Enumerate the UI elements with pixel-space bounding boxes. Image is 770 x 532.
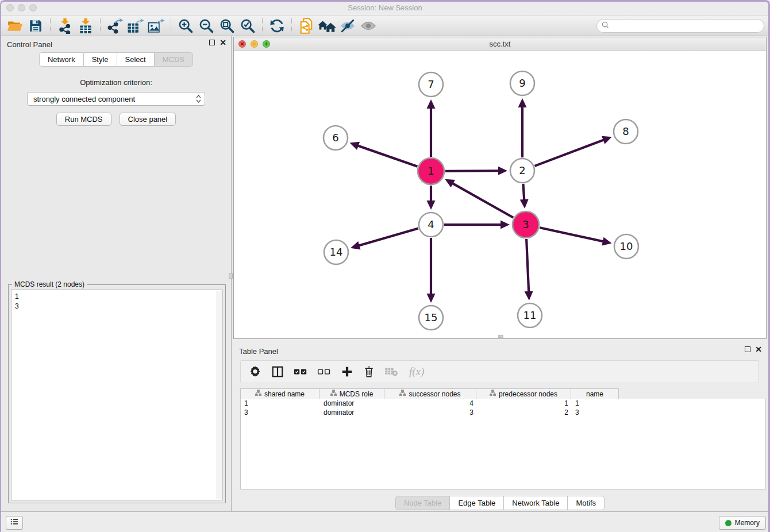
column-header-shared-name[interactable]: shared name (240, 388, 319, 399)
search-icon (602, 21, 609, 31)
close-panel-button[interactable]: Close panel (120, 113, 176, 126)
criterion-dropdown[interactable]: strongly connected component (27, 92, 205, 106)
canvas-resize-handle[interactable] (498, 335, 503, 338)
edge-2-3[interactable] (523, 184, 524, 201)
sort-icon[interactable] (399, 390, 406, 398)
tab-select[interactable]: Select (117, 52, 155, 67)
export-network-icon[interactable] (105, 17, 125, 34)
node-label-8: 8 (622, 125, 629, 137)
edge-1-6[interactable] (357, 145, 418, 167)
close-panel-icon[interactable]: ✕ (220, 40, 226, 45)
app-title: Session: New Session (0, 3, 770, 12)
tab-style[interactable]: Style (84, 52, 117, 67)
toolbar-separator (100, 18, 101, 33)
toolbar-separator (291, 18, 292, 33)
zoom-in-icon[interactable] (175, 17, 196, 34)
edge-3-11[interactable] (526, 239, 529, 292)
table-body[interactable]: 1dominator4113dominator323 (240, 399, 766, 489)
network-canvas[interactable]: 7968124314101511 (234, 51, 766, 338)
table-cell[interactable]: 3 (385, 408, 477, 417)
export-table-icon[interactable] (125, 17, 146, 34)
app-titlebar: Session: New Session (0, 0, 770, 16)
memory-button[interactable]: Memory (719, 516, 766, 530)
export-image-icon[interactable] (146, 17, 167, 34)
edge-arrowhead (427, 99, 436, 109)
tab-network[interactable]: Network (39, 52, 84, 67)
table-tab-node-table[interactable]: Node Table (395, 496, 451, 510)
table-tab-edge-table[interactable]: Edge Table (450, 496, 504, 510)
edge-1-2[interactable] (445, 171, 499, 171)
close-table-panel-icon[interactable]: ✕ (755, 346, 762, 352)
zoom-selected-icon[interactable] (237, 17, 258, 34)
home-view-icon[interactable] (317, 17, 337, 34)
search-input[interactable] (612, 22, 764, 30)
add-column-icon[interactable] (341, 365, 353, 378)
column-header-MCDS-role[interactable]: MCDS role (319, 388, 384, 399)
table-tabs: Node TableEdge TableNetwork TableMotifs (233, 496, 767, 510)
edge-arrowhead (500, 221, 510, 229)
import-table-icon[interactable] (75, 17, 96, 34)
table-settings-icon[interactable] (249, 365, 261, 378)
task-history-button[interactable] (6, 516, 23, 530)
clear-selection-icon[interactable] (317, 367, 331, 376)
column-label: predecessor nodes (499, 390, 557, 398)
network-graph[interactable]: 7968124314101511 (234, 51, 766, 338)
table-cell[interactable]: 4 (385, 399, 477, 408)
hide-selected-icon[interactable] (337, 17, 358, 34)
network-window-titlebar[interactable]: ✕ − + scc.txt (234, 37, 766, 51)
node-label-4: 4 (428, 218, 434, 230)
table-cell[interactable]: 3 (241, 408, 320, 417)
run-mcds-button[interactable]: Run MCDS (56, 113, 111, 126)
column-label: name (586, 390, 603, 398)
column-header-predecessor-nodes[interactable]: predecessor nodes (476, 388, 571, 399)
table-cell[interactable]: 1 (572, 399, 619, 408)
sort-icon[interactable] (330, 390, 337, 398)
mcds-result-title: MCDS result (2 nodes) (12, 280, 87, 288)
table-cell[interactable]: dominator (320, 408, 385, 417)
table-tab-motifs[interactable]: Motifs (568, 496, 605, 510)
edge-arrowhead (427, 294, 436, 303)
table-row[interactable]: 1dominator411 (241, 399, 765, 408)
zoom-out-icon[interactable] (196, 17, 217, 34)
tab-mcds[interactable]: MCDS (155, 52, 193, 67)
table-tab-network-table[interactable]: Network Table (504, 496, 568, 510)
delete-column-icon[interactable] (363, 365, 375, 378)
memory-label: Memory (735, 519, 760, 527)
node-label-7: 7 (428, 78, 434, 90)
import-network-icon[interactable] (55, 17, 75, 34)
edge-3-10[interactable] (540, 228, 603, 241)
column-header-successor-nodes[interactable]: successor nodes (384, 388, 476, 399)
new-network-from-selection-icon[interactable] (296, 17, 317, 34)
table-panel-title: Table Panel (239, 347, 278, 356)
mcds-result-list[interactable]: 1 3 (11, 290, 223, 500)
float-table-panel-icon[interactable] (745, 346, 750, 352)
float-panel-icon[interactable] (209, 40, 215, 45)
sort-icon[interactable] (255, 390, 261, 398)
table-cell[interactable]: dominator (320, 399, 385, 408)
task-list-icon (9, 516, 20, 529)
open-file-icon[interactable] (5, 17, 25, 34)
search-box[interactable] (596, 19, 764, 33)
toolbar-separator (50, 18, 51, 33)
control-panel-title: Control Panel (7, 40, 52, 49)
result-scrollbar[interactable] (216, 291, 222, 499)
table-cell[interactable]: 2 (477, 408, 572, 417)
zoom-fit-icon[interactable] (217, 17, 237, 34)
table-cell[interactable]: 1 (241, 399, 320, 408)
edge-arrowhead (602, 237, 611, 246)
refresh-layout-icon[interactable] (267, 17, 287, 34)
table-cell[interactable]: 1 (477, 399, 572, 408)
sort-icon[interactable] (490, 390, 496, 398)
column-header-name[interactable]: name (571, 388, 619, 399)
table-cell[interactable]: 3 (572, 408, 619, 417)
toolbar-separator (171, 18, 171, 33)
show-all-icon[interactable] (358, 17, 379, 34)
select-all-rows-icon[interactable] (294, 367, 307, 376)
edge-2-8[interactable] (535, 140, 605, 166)
table-row[interactable]: 3dominator323 (241, 408, 765, 417)
column-layout-icon[interactable] (271, 365, 284, 378)
save-session-icon[interactable] (25, 17, 46, 34)
panel-divider-handle[interactable] (229, 273, 233, 279)
edge-4-14[interactable] (358, 228, 418, 245)
edge-3-1[interactable] (452, 183, 514, 218)
